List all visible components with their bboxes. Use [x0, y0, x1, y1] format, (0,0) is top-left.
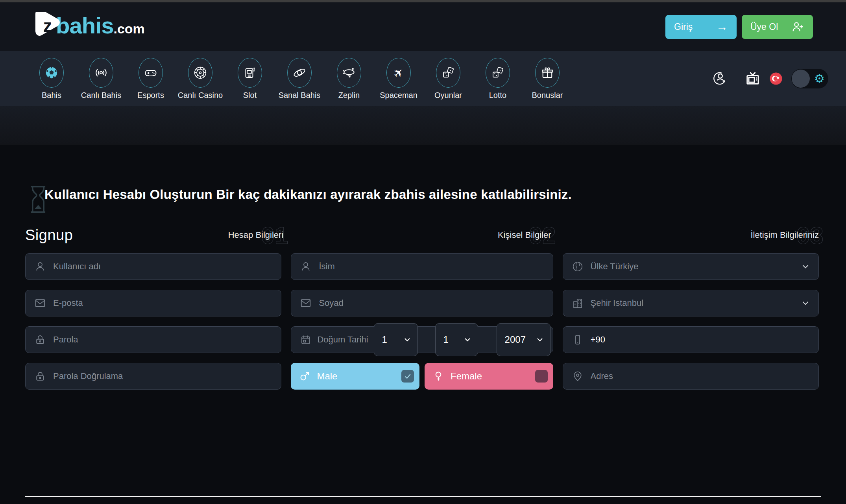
roulette-icon — [188, 58, 212, 88]
country-value: Ülke Türkiye — [591, 261, 639, 272]
lock-icon — [34, 334, 46, 346]
user-icon — [300, 261, 312, 272]
email-field[interactable] — [25, 290, 281, 316]
chevron-down-icon — [535, 335, 545, 344]
country-select[interactable]: Ülke Türkiye — [563, 253, 819, 280]
password-field[interactable] — [25, 326, 281, 353]
nav-item-canli-casino[interactable]: Canlı Casino — [175, 58, 225, 99]
username-input[interactable] — [53, 261, 273, 272]
birthdate-label: Doğum Tarihi — [317, 335, 368, 345]
nav-item-canli-bahis[interactable]: Canlı Bahis — [76, 58, 126, 99]
nav-label: Lotto — [489, 91, 506, 99]
nav-label: Spaceman — [380, 91, 417, 99]
nav-label: Bahis — [42, 91, 61, 99]
birth-year-select[interactable]: 2007 — [497, 323, 550, 356]
slot-machine-icon — [238, 58, 262, 88]
gift-icon — [535, 58, 560, 88]
buildings-icon — [572, 297, 584, 309]
chevron-down-icon — [403, 335, 412, 344]
page-headline: Kullanıcı Hesabı Oluşturun Bir kaç dakik… — [44, 187, 572, 202]
address-field[interactable] — [563, 363, 819, 390]
turkish-flag-icon[interactable] — [769, 72, 783, 85]
nav-item-bonuslar[interactable]: Bonuslar — [523, 58, 572, 99]
join-button-label: Üye Ol — [750, 22, 778, 32]
birth-year-value: 2007 — [505, 334, 526, 345]
username-field[interactable] — [25, 253, 281, 280]
password-input[interactable] — [53, 335, 273, 345]
header: z bahis.com Giriş → Üye Ol — [0, 2, 846, 51]
plane-icon: ✈ — [386, 58, 411, 88]
settings-toggle[interactable]: ⚙ — [791, 69, 828, 88]
nav-item-slot[interactable]: Slot — [225, 58, 275, 99]
mobile-phone-icon — [572, 334, 584, 346]
birth-day-value: 1 — [382, 334, 387, 345]
birthdate-field: Doğum Tarihi 1 1 2007 — [291, 326, 553, 353]
lastname-field[interactable] — [291, 290, 553, 316]
nav-label: Oyunlar — [434, 91, 462, 99]
address-input[interactable] — [591, 371, 811, 381]
female-label: Female — [451, 371, 529, 382]
globe-icon — [572, 261, 584, 272]
password-confirm-field[interactable] — [25, 363, 281, 390]
male-label: Male — [317, 371, 395, 382]
main-nav: Bahis Canlı Bahis Esports — [0, 51, 846, 106]
male-icon — [299, 370, 310, 382]
nav-label: Canlı Bahis — [81, 91, 121, 99]
join-button[interactable]: Üye Ol — [742, 15, 813, 39]
orbit-icon — [287, 58, 312, 88]
gender-row: Male Female — [291, 363, 553, 390]
step-label-account: Hesap Bilgileri — [228, 230, 284, 240]
signup-form: Ülke Türkiye — [25, 253, 819, 390]
dice-icon — [436, 58, 460, 88]
soccer-ball-icon — [39, 58, 64, 88]
phone-input[interactable] — [591, 335, 811, 345]
nav-label: Bonuslar — [532, 91, 563, 99]
user-icon — [34, 261, 46, 272]
nav-item-zeplin[interactable]: Zeplin — [324, 58, 374, 99]
nav-item-sanal-bahis[interactable]: Sanal Bahis — [275, 58, 324, 99]
lastname-input[interactable] — [319, 298, 545, 308]
zeppelin-icon — [337, 58, 361, 88]
calendar-icon — [300, 334, 312, 346]
envelope-icon — [34, 297, 46, 309]
chevron-down-icon — [800, 298, 811, 308]
firstname-input[interactable] — [319, 261, 545, 272]
phone-field[interactable] — [563, 326, 819, 353]
nav-item-oyunlar[interactable]: Oyunlar — [423, 58, 473, 99]
email-input[interactable] — [53, 298, 273, 308]
male-checkbox[interactable] — [401, 370, 414, 383]
chevron-down-icon — [800, 261, 811, 272]
female-checkbox[interactable] — [535, 370, 548, 383]
firstname-field[interactable] — [291, 253, 553, 280]
svg-text:z: z — [43, 16, 52, 35]
password-confirm-input[interactable] — [53, 371, 273, 381]
birth-day-select[interactable]: 1 — [374, 323, 418, 356]
male-option[interactable]: Male — [291, 363, 419, 390]
city-select[interactable]: Şehir Istanbul — [563, 290, 819, 316]
nav-item-esports[interactable]: Esports — [126, 58, 175, 99]
tv-icon[interactable] — [745, 71, 761, 86]
hero-band — [0, 106, 846, 145]
arrow-right-icon: → — [716, 21, 728, 33]
birth-month-value: 1 — [443, 334, 449, 345]
toggle-knob[interactable] — [792, 70, 810, 88]
city-value: Şehir Istanbul — [591, 298, 644, 308]
step-label-contact: İletişim Bilgileriniz — [750, 230, 819, 240]
signup-section: Kullanıcı Hesabı Oluşturun Bir kaç dakik… — [0, 145, 846, 504]
support-icon[interactable] — [711, 71, 727, 86]
live-broadcast-icon — [89, 58, 113, 88]
nav-item-bahis[interactable]: Bahis — [27, 58, 76, 99]
logo-text: bahis — [56, 12, 114, 39]
site-logo[interactable]: z bahis.com — [32, 12, 145, 41]
nav-item-spaceman[interactable]: ✈ Spaceman — [374, 58, 423, 99]
envelope-icon — [300, 297, 312, 309]
nav-item-lotto[interactable]: Lotto — [473, 58, 523, 99]
female-option[interactable]: Female — [425, 363, 553, 390]
hourglass-icon — [26, 182, 50, 216]
step-label-personal: Kişisel Bilgiler — [498, 230, 551, 240]
login-button[interactable]: Giriş → — [665, 15, 737, 39]
check-icon — [404, 372, 412, 380]
nav-divider — [736, 68, 736, 90]
logo-tld: .com — [114, 21, 145, 37]
birth-month-select[interactable]: 1 — [435, 323, 478, 356]
